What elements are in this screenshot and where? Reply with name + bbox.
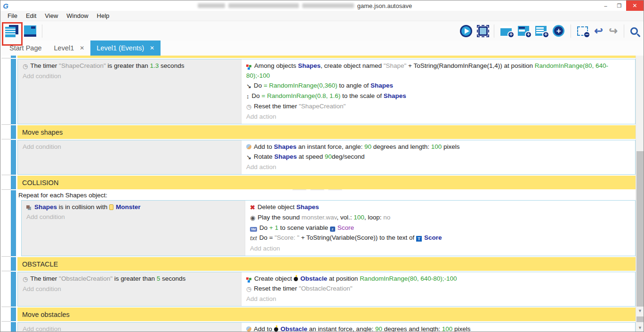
menu-window[interactable]: Window [62, 12, 92, 19]
scrollbar-thumb[interactable] [636, 151, 644, 307]
textobj-icon: T [416, 236, 422, 242]
remove-event-button[interactable]: − [577, 26, 588, 36]
maximize-button[interactable]: ❐ [612, 0, 626, 11]
text-segment: deg/second [332, 153, 365, 160]
add-condition-button[interactable]: Add condition [23, 71, 237, 81]
event-row: Add conditionAdd to Obstacle an instant … [17, 322, 636, 332]
close-tab-icon[interactable]: ✕ [150, 45, 154, 51]
menu-file[interactable]: File [3, 12, 22, 19]
action[interactable]: ◷Reset the timer "ShapeCreation" [246, 101, 631, 112]
toolbar-separator [624, 24, 624, 38]
action[interactable]: ✖Delete object Shapes [250, 202, 631, 212]
vertical-scrollbar[interactable]: ▼ ▼ [636, 56, 644, 332]
menu-view[interactable]: View [40, 12, 62, 19]
minimize-button[interactable]: – [599, 0, 612, 11]
text-segment: Reset the timer [254, 285, 298, 292]
text-segment: = RandomInRange(0,360) [264, 82, 337, 89]
group-header[interactable]: COLLISION [17, 176, 636, 189]
action[interactable]: txtDo = "Score: " + ToString(Variable(Sc… [250, 233, 631, 243]
menu-help[interactable]: Help [93, 12, 114, 19]
group-block: Move obstacles [17, 308, 636, 321]
action[interactable]: Among objects Shapes, create object name… [246, 61, 631, 81]
action[interactable]: Create object Obstacle at position Rando… [246, 274, 631, 283]
text-segment: no [383, 214, 390, 221]
clock-icon: ◷ [246, 102, 251, 112]
undo-icon[interactable]: ↩ [594, 26, 603, 36]
menu-edit[interactable]: Edit [22, 12, 40, 19]
event-block: Add conditionAdd to Obstacle an instant … [17, 322, 636, 332]
conditions-cell: Add condition [18, 140, 241, 174]
plus-icon: + [507, 31, 515, 38]
tab-level1-events[interactable]: Level1 (Events)✕ [90, 40, 161, 56]
text-segment: Rotate [254, 153, 274, 160]
add-builtin-event-button[interactable]: + [553, 25, 564, 37]
toolbar-separator [494, 24, 494, 38]
add-action-button[interactable]: Add action [250, 243, 631, 253]
text-segment: Play the sound [258, 214, 301, 221]
text-segment: Shapes [370, 82, 393, 89]
group-title: OBSTACLE [22, 260, 58, 268]
text-segment: at position [327, 275, 360, 282]
close-button[interactable]: ✕ [626, 0, 644, 11]
text-segment: + ToString(Variable(Score)) [299, 234, 378, 241]
menu-bar: File Edit View Window Help [0, 11, 644, 21]
foreach-label[interactable]: Repeat for each Shapes object: [17, 190, 636, 200]
action[interactable]: Add to Obstacle an instant force, angle:… [246, 324, 631, 332]
delete-icon: ✖ [250, 202, 255, 212]
scroll-down-icon[interactable]: ▼ [636, 308, 644, 315]
add-comment-button[interactable]: + [535, 26, 547, 36]
search-icon[interactable] [630, 27, 638, 35]
group-header[interactable]: Move obstacles [17, 308, 636, 321]
action[interactable]: Add to Shapes an instant force, angle: 9… [246, 142, 631, 152]
text-segment: to scene variable [278, 224, 330, 231]
action[interactable]: ◉Play the sound monster.wav, vol.: 100, … [250, 212, 631, 223]
add-action-button[interactable]: Add action [246, 112, 631, 121]
group-title: Move shapes [22, 129, 63, 136]
text-segment: , loop: [364, 214, 384, 221]
add-action-button[interactable]: Add action [246, 162, 631, 172]
add-condition-button[interactable]: Add condition [23, 284, 237, 294]
text-segment: RandomInRange(80, 640-80);-100 [360, 275, 457, 282]
close-tab-icon[interactable]: ✕ [80, 45, 84, 51]
text-segment: Add to [254, 325, 274, 332]
text-segment: Shapes [298, 62, 321, 69]
text-segment: Do [259, 224, 269, 231]
group-header[interactable]: OBSTACLE [17, 257, 636, 271]
add-condition-button[interactable]: Add condition [23, 142, 237, 152]
preview-play-button[interactable] [460, 25, 472, 37]
title-bar: G game.json.autosave – ❐ ✕ [0, 0, 644, 11]
redo-icon[interactable]: ↪ [609, 26, 618, 36]
text-segment: 90 [375, 325, 382, 332]
text-segment: "ObstacleCreation" [59, 275, 113, 282]
debug-button[interactable] [478, 26, 488, 36]
condition[interactable]: ◷The timer "ObstacleCreation" is greater… [23, 274, 237, 284]
text-segment: an instant force, angle: [307, 325, 375, 332]
condition[interactable]: ◷The timer "ShapeCreation" is greater th… [23, 61, 237, 71]
group-block: OBSTACLE [17, 257, 636, 271]
varbadge-icon: Var [250, 227, 257, 232]
force-icon [246, 144, 251, 149]
group-header[interactable]: Move shapes [17, 125, 636, 139]
action[interactable]: ↕Do = RandomInRange(0.8, 1.6) to the sca… [246, 91, 631, 101]
action[interactable]: ◷Reset the timer "ObstacleCreation" [246, 283, 631, 294]
text-segment: Create object [254, 275, 294, 282]
text-segment: "ShapeCreation" [59, 62, 106, 69]
action[interactable]: VarDo + 1 to scene variable zScore [250, 223, 631, 233]
add-condition-button[interactable]: Add condition [23, 324, 237, 332]
action[interactable]: ↘Do = RandomInRange(0,360) to angle of S… [246, 81, 631, 91]
add-action-button[interactable]: Add action [246, 294, 631, 304]
text-segment: "Shape" [384, 62, 407, 69]
add-subevent-button[interactable]: + [518, 26, 529, 36]
plus-icon: + [525, 31, 532, 38]
tab-level1[interactable]: Level1✕ [48, 40, 91, 56]
scrollbar-corner [636, 316, 644, 322]
text-segment: pixels [452, 325, 470, 332]
add-event-button[interactable]: + [500, 26, 512, 36]
action[interactable]: ↘Rotate Shapes at speed 90deg/second [246, 152, 631, 162]
scene-editor-icon[interactable] [24, 25, 36, 37]
sound-icon: ◉ [250, 213, 255, 223]
add-condition-button[interactable]: Add condition [26, 212, 241, 222]
text-segment: Score [424, 234, 442, 241]
scroll-down-icon[interactable]: ▼ [636, 324, 644, 332]
condition[interactable]: Shapes is in collision with Monster [26, 202, 241, 212]
